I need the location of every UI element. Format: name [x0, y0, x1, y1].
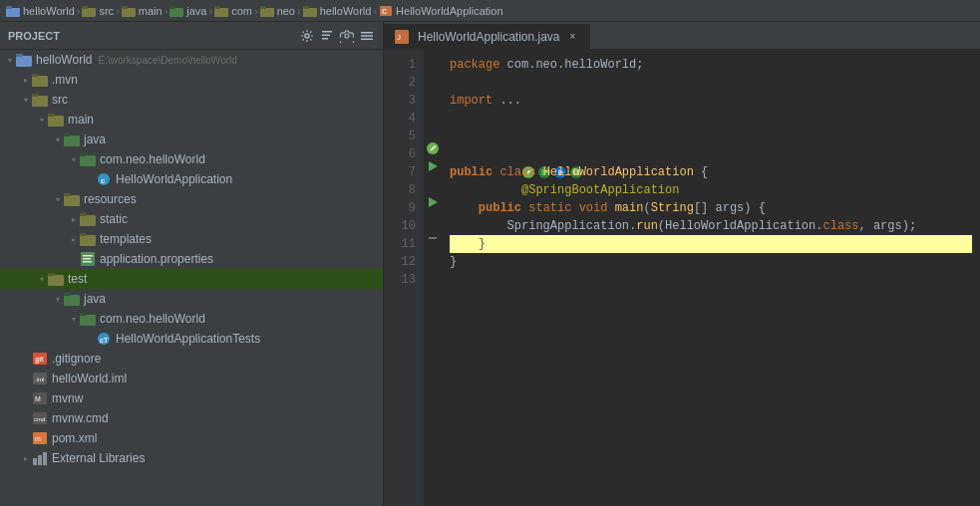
- breadcrumb-item-neo[interactable]: neo: [260, 5, 295, 17]
- tab-close-btn[interactable]: ×: [566, 30, 580, 44]
- line-numbers: 1 2 3 4 5 6 7 8 9 10 11 12 13: [384, 50, 424, 506]
- svg-text:.iml: .iml: [35, 377, 44, 382]
- svg-rect-30: [48, 116, 64, 126]
- tree-item-mvnwcmd[interactable]: cmd mvnw.cmd: [0, 408, 383, 428]
- tree-item-main[interactable]: main: [0, 110, 383, 129]
- svg-rect-45: [83, 255, 93, 257]
- mvnw-icon: M: [32, 390, 48, 406]
- tree-arrow-iml: [20, 369, 32, 388]
- project-panel: Project: [0, 22, 384, 506]
- tree-item-src[interactable]: src: [0, 90, 383, 110]
- ln-5: 5: [384, 127, 416, 145]
- gutter-10: [424, 211, 442, 229]
- panel-settings-icon[interactable]: [299, 28, 315, 44]
- tree-item-HWTests[interactable]: cT HelloWorldApplicationTests: [0, 329, 383, 349]
- fold-icon-11[interactable]: [428, 233, 438, 243]
- svg-rect-43: [80, 233, 87, 236]
- breadcrumb-sep-6: ›: [297, 5, 301, 17]
- breadcrumb-item-helloworld[interactable]: helloWorld: [6, 5, 75, 17]
- svg-text:m: m: [35, 435, 41, 442]
- svg-rect-27: [32, 74, 39, 77]
- spring-icons: [426, 141, 440, 155]
- editor-tab[interactable]: J HelloWorldApplication.java ×: [384, 23, 591, 49]
- tree-item-java[interactable]: java: [0, 129, 383, 149]
- tree-label-static: static: [100, 212, 128, 226]
- tree-item-templates[interactable]: templates: [0, 229, 383, 249]
- code-line-11: }: [450, 235, 972, 253]
- tree-item-pom[interactable]: m pom.xml: [0, 428, 383, 448]
- tree-item-appprops[interactable]: application.properties: [0, 249, 383, 269]
- panel-title: Project: [8, 30, 60, 42]
- svg-text:C: C: [382, 8, 387, 15]
- tree-item-extlibs[interactable]: External Libraries: [0, 448, 383, 468]
- tree-item-mvnw[interactable]: M mvnw: [0, 388, 383, 408]
- tree-label-src: src: [52, 93, 68, 107]
- breadcrumb: helloWorld › src › main › java › com › n…: [0, 0, 980, 22]
- ln-3: 3: [384, 92, 416, 110]
- gutter-7[interactable]: [424, 157, 442, 175]
- ln-11: 11: [384, 235, 416, 253]
- svg-rect-10: [260, 8, 274, 17]
- tree-arrow-package: [68, 149, 80, 169]
- gutter-8: [424, 175, 442, 193]
- code-line-12: }: [450, 253, 972, 271]
- breadcrumb-sep-4: ›: [209, 5, 213, 17]
- run-icon-line7[interactable]: [427, 160, 439, 172]
- tree-root-label: helloWorld: [36, 53, 92, 67]
- tree-item-mvn[interactable]: .mvn: [0, 70, 383, 90]
- folder-icon-templates: [80, 231, 96, 247]
- gutter-11: [424, 229, 442, 247]
- class-icon-HWApp: c: [96, 171, 112, 187]
- svg-rect-2: [82, 8, 96, 17]
- tree-arrow-appprops: [68, 249, 80, 269]
- xml-icon: m: [32, 430, 48, 446]
- svg-rect-52: [80, 315, 96, 326]
- svg-rect-24: [16, 56, 32, 67]
- folder-icon-test: [48, 271, 64, 287]
- folder-icon-mvn: [32, 72, 48, 88]
- tree-item-static[interactable]: static: [0, 209, 383, 229]
- tree-item-gitignore[interactable]: git .gitignore: [0, 349, 383, 369]
- package-icon: [80, 151, 96, 167]
- svg-marker-73: [429, 197, 438, 207]
- mvnwcmd-icon: cmd: [32, 410, 48, 426]
- svg-text:J: J: [397, 33, 401, 42]
- panel-gear-icon[interactable]: [339, 28, 355, 44]
- run-icon-line9[interactable]: [427, 196, 439, 208]
- panel-collapse-icon[interactable]: [319, 28, 335, 44]
- tree-item-HWApp[interactable]: c HelloWorldApplication: [0, 169, 383, 189]
- gutter-9[interactable]: [424, 193, 442, 211]
- svg-rect-1: [6, 6, 12, 9]
- tab-bar: J HelloWorldApplication.java ×: [384, 22, 980, 50]
- breadcrumb-item-main[interactable]: main: [122, 5, 163, 17]
- tree-label-testjava: java: [84, 292, 106, 306]
- tree-item-testpkg[interactable]: com.neo.helloWorld: [0, 309, 383, 329]
- tree-item-testjava[interactable]: java: [0, 289, 383, 309]
- svg-rect-40: [80, 215, 96, 226]
- code-content[interactable]: package com.neo.helloWorld; import ...: [442, 50, 980, 506]
- tree-item-package[interactable]: com.neo.helloWorld: [0, 149, 383, 169]
- tree-item-test[interactable]: test: [0, 269, 383, 289]
- folder-icon-java: [64, 131, 80, 147]
- test-class-icon: cT: [96, 331, 112, 347]
- panel-menu-icon[interactable]: [359, 28, 375, 44]
- libs-icon: [32, 450, 48, 466]
- svg-rect-25: [16, 54, 23, 57]
- folder-icon-main: [122, 5, 136, 17]
- breadcrumb-item-src[interactable]: src: [82, 5, 114, 17]
- breadcrumb-item-java[interactable]: java: [169, 5, 206, 17]
- svg-rect-23: [361, 38, 373, 40]
- tree-arrow-mvn: [20, 70, 32, 90]
- tree-arrow-pom: [20, 428, 32, 448]
- tree-root[interactable]: helloWorld E:\workspace\Demo\helloWorld: [0, 50, 383, 70]
- breadcrumb-item-com[interactable]: com: [214, 5, 252, 17]
- breadcrumb-item-class[interactable]: C HelloWorldApplication: [379, 5, 502, 17]
- folder-icon-src: [82, 5, 96, 17]
- breadcrumb-item-helloworld2[interactable]: helloWorld: [303, 5, 372, 17]
- tree-item-resources[interactable]: resources: [0, 189, 383, 209]
- ln-10: 10: [384, 217, 416, 235]
- svg-point-16: [305, 34, 309, 38]
- tree-arrow-HWTests: [84, 329, 96, 349]
- tree-item-iml[interactable]: .iml helloWorld.iml: [0, 369, 383, 388]
- ln-4: 4: [384, 110, 416, 127]
